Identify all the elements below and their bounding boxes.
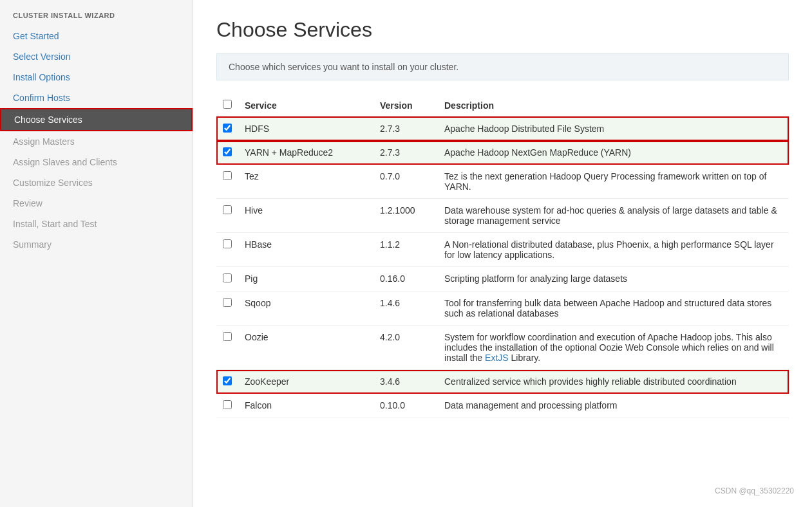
- service-description: Tool for transferring bulk data between …: [438, 291, 789, 326]
- service-checkbox-hbase[interactable]: [223, 239, 232, 248]
- service-version: 4.2.0: [373, 326, 438, 370]
- service-description: Data warehouse system for ad-hoc queries…: [438, 199, 789, 233]
- table-row: Sqoop1.4.6Tool for transferring bulk dat…: [216, 291, 789, 326]
- service-version: 1.1.2: [373, 233, 438, 267]
- sidebar-item-select-version[interactable]: Select Version: [0, 46, 193, 67]
- service-checkbox-cell: [216, 326, 238, 370]
- service-description: A Non-relational distributed database, p…: [438, 233, 789, 267]
- table-header-row: Service Version Description: [216, 95, 789, 116]
- service-description: Apache Hadoop NextGen MapReduce (YARN): [438, 141, 789, 165]
- service-version: 0.7.0: [373, 165, 438, 199]
- page-title: Choose Services: [216, 18, 789, 42]
- sidebar-header: CLUSTER INSTALL WIZARD: [0, 0, 193, 26]
- service-checkbox-hive[interactable]: [223, 205, 232, 214]
- service-description: System for workflow coordination and exe…: [438, 326, 789, 370]
- service-version: 3.4.6: [373, 370, 438, 394]
- sidebar-item-confirm-hosts[interactable]: Confirm Hosts: [0, 88, 193, 108]
- select-all-checkbox[interactable]: [223, 100, 232, 109]
- col-header-service: Service: [238, 95, 373, 116]
- service-checkbox-cell: [216, 267, 238, 291]
- col-header-checkbox: [216, 95, 238, 116]
- sidebar-item-install-options[interactable]: Install Options: [0, 67, 193, 88]
- service-description: Scripting platform for analyzing large d…: [438, 267, 789, 291]
- service-version: 0.16.0: [373, 267, 438, 291]
- main-content: Choose Services Choose which services yo…: [193, 0, 812, 507]
- service-checkbox-cell: [216, 199, 238, 233]
- sidebar-item-customize-services: Customize Services: [0, 172, 193, 193]
- service-name: Pig: [238, 267, 373, 291]
- service-version: 2.7.3: [373, 141, 438, 165]
- service-description: Tez is the next generation Hadoop Query …: [438, 165, 789, 199]
- sidebar: CLUSTER INSTALL WIZARD Get StartedSelect…: [0, 0, 193, 507]
- service-checkbox-cell: [216, 165, 238, 199]
- sidebar-item-review: Review: [0, 193, 193, 214]
- service-checkbox-cell: [216, 116, 238, 141]
- service-checkbox-hdfs[interactable]: [223, 124, 232, 133]
- sidebar-item-get-started[interactable]: Get Started: [0, 26, 193, 46]
- service-checkbox-sqoop[interactable]: [223, 298, 232, 307]
- table-row: Hive1.2.1000Data warehouse system for ad…: [216, 199, 789, 233]
- watermark: CSDN @qq_35302220: [715, 486, 794, 495]
- service-name: YARN + MapReduce2: [238, 141, 373, 165]
- services-table-body: HDFS2.7.3Apache Hadoop Distributed File …: [216, 116, 789, 418]
- service-name: Hive: [238, 199, 373, 233]
- services-table: Service Version Description HDFS2.7.3Apa…: [216, 95, 789, 418]
- service-name: Oozie: [238, 326, 373, 370]
- table-row: Tez0.7.0Tez is the next generation Hadoo…: [216, 165, 789, 199]
- service-description: Data management and processing platform: [438, 394, 789, 418]
- extjs-link[interactable]: ExtJS: [485, 353, 509, 363]
- sidebar-item-summary: Summary: [0, 234, 193, 255]
- service-name: Falcon: [238, 394, 373, 418]
- service-name: HBase: [238, 233, 373, 267]
- table-row: HDFS2.7.3Apache Hadoop Distributed File …: [216, 116, 789, 141]
- service-checkbox-cell: [216, 141, 238, 165]
- table-row: ZooKeeper3.4.6Centralized service which …: [216, 370, 789, 394]
- sidebar-item-assign-masters: Assign Masters: [0, 131, 193, 152]
- service-checkbox-pig[interactable]: [223, 273, 232, 282]
- col-header-version: Version: [373, 95, 438, 116]
- service-version: 0.10.0: [373, 394, 438, 418]
- service-name: Tez: [238, 165, 373, 199]
- table-row: Falcon0.10.0Data management and processi…: [216, 394, 789, 418]
- service-description: Apache Hadoop Distributed File System: [438, 116, 789, 141]
- table-row: Oozie4.2.0System for workflow coordinati…: [216, 326, 789, 370]
- table-row: Pig0.16.0Scripting platform for analyzin…: [216, 267, 789, 291]
- service-version: 2.7.3: [373, 116, 438, 141]
- sidebar-nav: Get StartedSelect VersionInstall Options…: [0, 26, 193, 255]
- table-row: HBase1.1.2A Non-relational distributed d…: [216, 233, 789, 267]
- service-checkbox-yarn[interactable]: [223, 147, 232, 156]
- service-checkbox-cell: [216, 394, 238, 418]
- info-bar: Choose which services you want to instal…: [216, 53, 789, 80]
- service-checkbox-tez[interactable]: [223, 171, 232, 180]
- sidebar-item-assign-slaves: Assign Slaves and Clients: [0, 152, 193, 172]
- service-checkbox-zookeeper[interactable]: [223, 376, 232, 385]
- service-description: Centralized service which provides highl…: [438, 370, 789, 394]
- service-version: 1.2.1000: [373, 199, 438, 233]
- service-checkbox-oozie[interactable]: [223, 332, 232, 341]
- table-row: YARN + MapReduce22.7.3Apache Hadoop Next…: [216, 141, 789, 165]
- service-name: HDFS: [238, 116, 373, 141]
- service-name: ZooKeeper: [238, 370, 373, 394]
- service-checkbox-cell: [216, 233, 238, 267]
- service-version: 1.4.6: [373, 291, 438, 326]
- col-header-description: Description: [438, 95, 789, 116]
- service-name: Sqoop: [238, 291, 373, 326]
- sidebar-item-choose-services[interactable]: Choose Services: [0, 108, 193, 131]
- sidebar-item-install-start-test: Install, Start and Test: [0, 214, 193, 234]
- service-checkbox-cell: [216, 291, 238, 326]
- service-checkbox-falcon[interactable]: [223, 400, 232, 409]
- service-checkbox-cell: [216, 370, 238, 394]
